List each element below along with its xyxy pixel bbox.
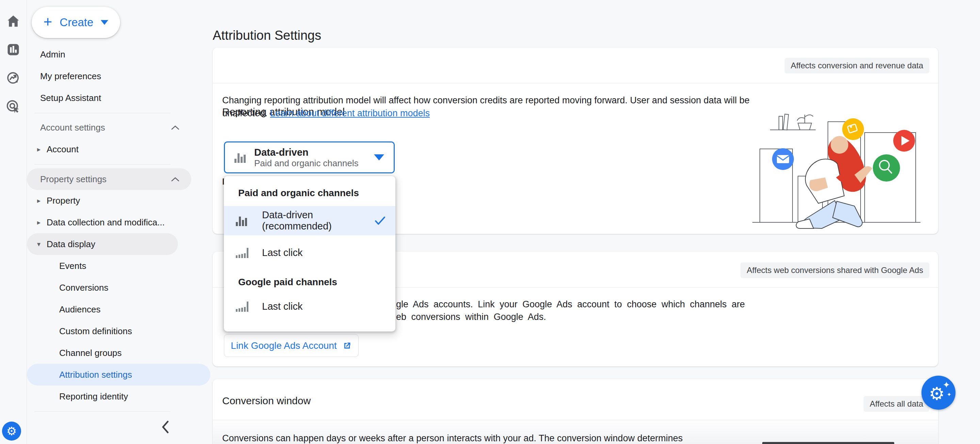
dropdown-option-last-click-2[interactable]: Last click <box>224 294 395 318</box>
sidebar-item-label: Data display <box>47 239 95 249</box>
sidebar-item-label: My preferences <box>40 71 101 82</box>
reporting-model-select[interactable]: Data-driven Paid and organic channels <box>224 141 395 173</box>
gear-glyph: ⚙ <box>6 424 17 438</box>
expand-right-icon: ▸ <box>27 145 47 153</box>
reports-icon[interactable] <box>6 42 21 57</box>
expand-right-icon: ▸ <box>27 197 47 205</box>
tooltip-top-edge <box>762 442 894 444</box>
advertising-icon[interactable] <box>6 99 21 114</box>
sidebar-item-events[interactable]: Events <box>27 255 210 277</box>
external-link-icon <box>342 341 352 350</box>
data-driven-icon <box>234 151 250 164</box>
chevron-down-icon <box>101 20 108 25</box>
sidebar-item-custom-definitions[interactable]: Custom definitions <box>27 320 210 342</box>
sidebar-item-label: Attribution settings <box>59 369 132 380</box>
google-ads-card-text-line2: eb conversions within Google Ads. <box>396 312 546 322</box>
sidebar-item-label: Channel groups <box>59 348 122 358</box>
sidebar-item-label: Audiences <box>59 304 100 315</box>
dropdown-option-label: Last click <box>262 247 395 258</box>
sidebar-item-label: Events <box>59 261 86 271</box>
dropdown-group-label: Paid and organic channels <box>238 188 359 198</box>
dropdown-option-data-driven[interactable]: Data-driven (recommended) <box>224 206 395 235</box>
sidebar-section-label: Property settings <box>40 174 107 185</box>
card-title: Conversion window <box>222 395 311 407</box>
affects-badge: Affects conversion and revenue data <box>785 58 929 73</box>
dropdown-group-label: Google paid channels <box>238 277 337 288</box>
home-icon[interactable] <box>6 14 21 29</box>
sidebar-item-property[interactable]: ▸ Property <box>27 190 178 211</box>
dropdown-caret-icon <box>374 154 384 160</box>
chevron-left-icon <box>159 419 172 435</box>
expand-right-icon: ▸ <box>27 218 47 227</box>
attribution-models-link[interactable]: Learn about different attribution models <box>270 108 430 118</box>
page-title: Attribution Settings <box>213 28 321 43</box>
sidebar-item-attribution-settings[interactable]: Attribution settings <box>27 364 210 385</box>
dropdown-option-last-click-1[interactable]: Last click <box>224 241 395 265</box>
select-texts: Data-driven Paid and organic channels <box>254 146 374 168</box>
sidebar-item-admin[interactable]: Admin <box>27 43 191 65</box>
last-click-icon <box>234 246 252 259</box>
sidebar-item-data-collection[interactable]: ▸ Data collection and modifica... <box>27 211 178 233</box>
sparkle-icon: ✦ <box>943 380 950 390</box>
dropdown-option-label: Data-driven (recommended) <box>262 209 374 232</box>
last-click-icon <box>234 300 252 313</box>
create-button-label: Create <box>60 16 93 29</box>
sidebar-item-label: Admin <box>40 49 65 60</box>
attribution-illustration <box>750 97 934 233</box>
chevron-up-icon <box>171 176 180 182</box>
sidebar-item-my-preferences[interactable]: My preferences <box>27 65 191 87</box>
description-text: unaffected. <box>222 108 270 118</box>
sidebar-item-label: Setup Assistant <box>40 93 101 103</box>
select-value: Data-driven <box>254 146 374 158</box>
sidebar-divider <box>34 411 170 412</box>
ga-admin-page: ⚙ + Create Admin My preferences Setup As… <box>0 0 980 444</box>
sidebar-item-label: Account <box>47 144 79 155</box>
sidebar-item-label: Conversions <box>59 282 108 293</box>
sparkle-icon: ✦ <box>947 391 951 398</box>
sidebar-item-conversions[interactable]: Conversions <box>27 277 210 298</box>
sidebar-item-channel-groups[interactable]: Channel groups <box>27 342 210 364</box>
sidebar-item-label: Property <box>47 195 80 206</box>
conversion-window-card: Conversion window Affects all data Conve… <box>213 379 938 444</box>
sidebar-item-reporting-identity[interactable]: Reporting identity <box>27 385 210 407</box>
sidebar-item-audiences[interactable]: Audiences <box>27 298 210 320</box>
sidebar-item-label: Custom definitions <box>59 326 132 336</box>
card-header-divider <box>213 83 938 83</box>
explore-icon[interactable] <box>6 71 21 86</box>
chevron-up-icon <box>171 125 180 130</box>
sidebar-divider <box>34 113 170 113</box>
analytics-assistant-fab[interactable]: ⚙ ✦ ✦ <box>921 376 956 410</box>
attribution-model-dropdown: Paid and organic channels Data-driven (r… <box>224 176 395 331</box>
app-rail: ⚙ <box>0 0 27 444</box>
sidebar-divider <box>34 164 170 165</box>
settings-gear-icon[interactable]: ⚙ <box>2 422 21 441</box>
sidebar-item-account[interactable]: ▸ Account <box>27 138 178 160</box>
checkmark-icon <box>374 216 386 225</box>
sidebar-item-setup-assistant[interactable]: Setup Assistant <box>27 87 191 109</box>
affects-badge: Affects web conversions shared with Goog… <box>740 262 929 278</box>
plus-icon: + <box>43 14 52 29</box>
sidebar-section-account-settings[interactable]: Account settings <box>27 117 191 138</box>
dropdown-option-label: Last click <box>262 301 395 312</box>
link-button-label: Link Google Ads Account <box>231 340 337 351</box>
admin-sidebar: + Create Admin My preferences Setup Assi… <box>27 0 213 444</box>
sidebar-item-label: Data collection and modifica... <box>47 217 165 228</box>
sidebar-section-property-settings[interactable]: Property settings <box>27 168 191 190</box>
description-text: Changing reporting attribution model wil… <box>222 95 749 105</box>
option-line1: Data-driven <box>262 209 374 220</box>
link-google-ads-account-button[interactable]: Link Google Ads Account <box>224 334 359 357</box>
collapse-down-icon: ▾ <box>27 240 47 248</box>
conversion-card-description: Conversions can happen days or weeks aft… <box>222 432 753 444</box>
sidebar-item-data-display[interactable]: ▾ Data display <box>27 233 178 255</box>
google-ads-card-text-line1: gle Ads accounts. Link your Google Ads a… <box>396 299 745 310</box>
sidebar-collapse-button[interactable] <box>159 419 172 435</box>
sidebar-section-label: Account settings <box>40 122 105 133</box>
affects-badge: Affects all data <box>864 396 929 412</box>
create-button[interactable]: + Create <box>32 7 120 38</box>
select-subtitle: Paid and organic channels <box>254 158 374 168</box>
sidebar-item-label: Reporting identity <box>59 391 128 402</box>
card-description: Changing reporting attribution model wil… <box>222 94 753 120</box>
option-line2: (recommended) <box>262 220 374 232</box>
data-driven-icon <box>234 214 252 227</box>
